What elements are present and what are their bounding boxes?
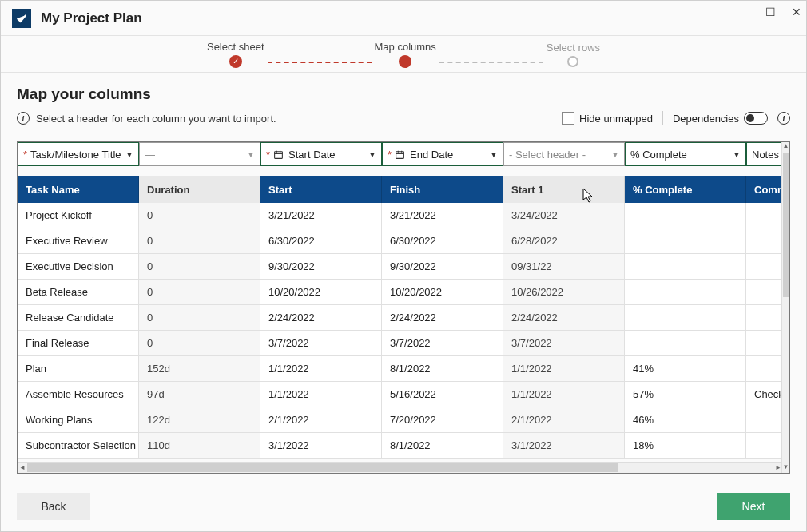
step-select-sheet[interactable]: Select sheet ✓ <box>207 41 264 68</box>
window-controls: ☐ ✕ <box>765 6 801 18</box>
chevron-down-icon: ▼ <box>733 150 741 159</box>
table-cell: 1/1/2022 <box>503 356 625 382</box>
step-connector <box>439 62 543 63</box>
table-cell <box>746 331 783 356</box>
table-cell <box>625 280 746 305</box>
table-cell: 09/31/22 <box>503 254 625 280</box>
table-cell: 2/24/2022 <box>260 305 382 331</box>
title-bar: My Project Plan <box>1 1 806 36</box>
close-icon[interactable]: ✕ <box>792 6 801 18</box>
separator <box>662 111 663 125</box>
table-cell: 3/1/2022 <box>503 433 625 459</box>
data-area[interactable]: Project Kickoff03/21/20223/21/20223/24/2… <box>18 203 783 462</box>
table-cell: Executive Decision <box>18 254 139 280</box>
info-row: i Select a header for each column you wa… <box>17 111 790 125</box>
chevron-down-icon: ▼ <box>247 150 255 159</box>
table-row[interactable]: Project Kickoff03/21/20223/21/20223/24/2… <box>18 203 783 228</box>
table-cell: Plan <box>18 356 139 382</box>
arrow-down-icon[interactable]: ▼ <box>782 463 789 473</box>
table-row[interactable]: Assemble Resources97d1/1/20225/16/20221/… <box>18 382 783 407</box>
table-cell <box>746 356 783 382</box>
header-duration: Duration <box>139 176 260 203</box>
table-cell <box>625 305 746 331</box>
table-cell: Beta Release <box>18 280 139 305</box>
header-start: Start <box>260 176 382 203</box>
mapper-percent-complete[interactable]: % Complete ▼ <box>625 142 746 166</box>
table-row[interactable]: Beta Release010/20/202210/20/202210/26/2… <box>18 280 783 305</box>
scroll-thumb[interactable] <box>783 153 789 297</box>
mapper-empty[interactable]: — ▼ <box>139 142 260 166</box>
table-cell <box>746 433 783 459</box>
table-cell: 8/1/2022 <box>382 433 503 459</box>
table-cell: 6/28/2022 <box>503 228 625 254</box>
table-cell: 152d <box>139 356 260 382</box>
hide-unmapped-checkbox[interactable]: Hide unmapped <box>562 112 653 125</box>
toggle-icon <box>744 112 768 125</box>
arrow-up-icon[interactable]: ▲ <box>782 142 789 152</box>
table-cell: 0 <box>139 280 260 305</box>
next-button[interactable]: Next <box>717 493 790 520</box>
wizard-steps: Select sheet ✓ Map columns Select rows <box>1 36 806 73</box>
table-cell: 57% <box>625 382 746 407</box>
chevron-down-icon: ▼ <box>611 150 619 159</box>
arrow-left-icon[interactable]: ◄ <box>18 464 27 471</box>
table-cell: 0 <box>139 305 260 331</box>
horizontal-scrollbar[interactable]: ◄ ► <box>18 462 783 473</box>
table-cell: 1/1/2022 <box>503 382 625 407</box>
table-cell: 6/30/2022 <box>260 228 382 254</box>
maximize-icon[interactable]: ☐ <box>765 6 776 18</box>
mapper-start-date[interactable]: * Start Date ▼ <box>260 142 382 166</box>
import-dialog: My Project Plan ☐ ✕ Select sheet ✓ Map c… <box>0 0 807 532</box>
table-cell: 3/7/2022 <box>382 331 503 356</box>
mapper-row: *Task/Milestone Title ▼ — ▼ * Start Date… <box>18 142 783 166</box>
table-cell: 7/20/2022 <box>382 407 503 433</box>
header-row: Task Name Duration Start Finish Start 1 … <box>18 176 783 203</box>
info-icon[interactable]: i <box>777 112 790 125</box>
table-cell: 9/30/2022 <box>260 254 382 280</box>
mapper-notes[interactable]: Notes <box>746 142 783 166</box>
step-select-rows[interactable]: Select rows <box>547 42 600 67</box>
instruction-text: Select a header for each column you want… <box>36 113 276 125</box>
table-cell: 2/1/2022 <box>503 407 625 433</box>
step-map-columns[interactable]: Map columns <box>375 41 436 68</box>
header-pct: % Complete <box>625 176 746 203</box>
table-row[interactable]: Subcontractor Selection110d3/1/20228/1/2… <box>18 433 783 459</box>
back-button[interactable]: Back <box>17 493 90 520</box>
table-row[interactable]: Final Release03/7/20223/7/20223/7/2022 <box>18 331 783 356</box>
table-cell <box>625 228 746 254</box>
table-cell: 122d <box>139 407 260 433</box>
info-icon: i <box>17 112 30 125</box>
table-cell: 5/16/2022 <box>382 382 503 407</box>
table-cell: Assemble Resources <box>18 382 139 407</box>
table-cell: 3/21/2022 <box>260 203 382 228</box>
scroll-thumb[interactable] <box>27 463 618 472</box>
vertical-scrollbar[interactable]: ▲ ▼ <box>781 142 789 473</box>
table-cell <box>746 305 783 331</box>
table-cell: Executive Review <box>18 228 139 254</box>
table-cell: 6/30/2022 <box>382 228 503 254</box>
table-cell: 0 <box>139 331 260 356</box>
mapper-task-title[interactable]: *Task/Milestone Title ▼ <box>18 142 139 166</box>
app-icon <box>12 9 31 28</box>
mapper-end-date[interactable]: * End Date ▼ <box>382 142 503 166</box>
table-cell: 3/21/2022 <box>382 203 503 228</box>
table-cell: 0 <box>139 203 260 228</box>
table-row[interactable]: Executive Decision09/30/20229/30/202209/… <box>18 254 783 280</box>
table-cell: 3/7/2022 <box>260 331 382 356</box>
table-cell: 1/1/2022 <box>260 356 382 382</box>
table-row[interactable]: Working Plans122d2/1/20227/20/20222/1/20… <box>18 407 783 433</box>
table-cell: 10/20/2022 <box>260 280 382 305</box>
table-cell: Working Plans <box>18 407 139 433</box>
chevron-down-icon: ▼ <box>490 150 498 159</box>
table-row[interactable]: Plan152d1/1/20228/1/20221/1/202241% <box>18 356 783 382</box>
mapper-select-header[interactable]: - Select header - ▼ <box>503 142 625 166</box>
table-cell: Release Candidate <box>18 305 139 331</box>
table-row[interactable]: Executive Review06/30/20226/30/20226/28/… <box>18 228 783 254</box>
dependencies-toggle[interactable]: Dependencies <box>673 112 768 125</box>
header-comments: Comm <box>746 176 783 203</box>
table-cell: 1/1/2022 <box>260 382 382 407</box>
table-row[interactable]: Release Candidate02/24/20222/24/20222/24… <box>18 305 783 331</box>
table-cell: Subcontractor Selection <box>18 433 139 459</box>
table-cell: 46% <box>625 407 746 433</box>
svg-rect-4 <box>396 151 404 158</box>
